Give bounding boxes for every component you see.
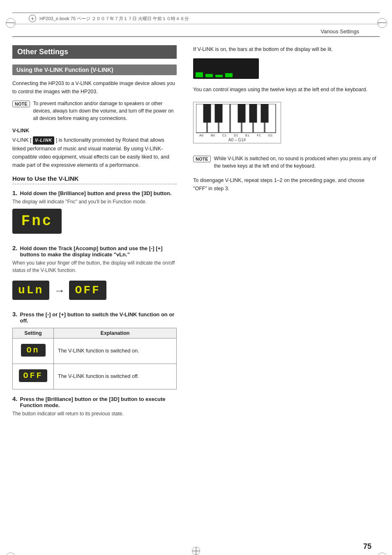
corner-mark-bl bbox=[6, 553, 15, 555]
note-box-2: NOTE While V-LINK is switched on, no sou… bbox=[193, 155, 380, 170]
step-1-title: Hold down the [Brilliance] button and pr… bbox=[20, 190, 172, 196]
step-2-title: Hold down the Track [Accomp] button and … bbox=[20, 245, 177, 258]
step-1: 1. Hold down the [Brilliance] button and… bbox=[12, 189, 177, 239]
on-lcd: On bbox=[21, 344, 46, 357]
section-heading: Other Settings bbox=[12, 45, 177, 59]
settings-table: Setting Explanation On The V-LINK functi… bbox=[12, 328, 177, 389]
center-bottom-mark bbox=[192, 547, 200, 555]
step-1-header: 1. Hold down the [Brilliance] button and… bbox=[12, 189, 177, 196]
corner-mark-br bbox=[377, 553, 386, 555]
step-2: 2. Hold down the Track [Accomp] button a… bbox=[12, 244, 177, 305]
vlink-bar-4 bbox=[225, 73, 233, 77]
dotted-divider bbox=[12, 184, 177, 184]
svg-text:G1: G1 bbox=[268, 134, 273, 137]
left-column: Other Settings Using the V-LINK Function… bbox=[12, 45, 189, 423]
how-to-heading: How to Use the V-LINK bbox=[12, 175, 177, 182]
vlink-bar-1 bbox=[196, 72, 203, 77]
svg-rect-8 bbox=[215, 104, 222, 122]
vlink-bar-display bbox=[193, 58, 259, 79]
vlink-badge: V-LINK bbox=[33, 136, 54, 145]
svg-rect-11 bbox=[261, 104, 268, 122]
vlink-bar-2 bbox=[205, 74, 213, 77]
table-cell-off-explanation: The V-LINK function is switched off. bbox=[54, 364, 177, 389]
step-2-header: 2. Hold down the Track [Accomp] button a… bbox=[12, 244, 177, 258]
step-2-display-row: uLn → OFF bbox=[12, 277, 177, 305]
how-to-heading-text: How to Use the V-LINK bbox=[12, 175, 79, 182]
vlink-subheading: V-LINK bbox=[12, 128, 177, 134]
subsection-title: Using the V-LINK Function (V-LINK) bbox=[16, 67, 113, 73]
step-4-number: 4. bbox=[12, 395, 18, 402]
step-1-number: 1. bbox=[12, 189, 18, 196]
table-cell-on-explanation: The V-LINK function is switched on. bbox=[54, 338, 177, 364]
right-para-1: If V-LINK is on, the bars at the bottom … bbox=[193, 45, 380, 53]
note-text-2: While V-LINK is switched on, no sound is… bbox=[214, 155, 380, 170]
table-cell-on-lcd: On bbox=[13, 338, 54, 364]
step-2-number: 2. bbox=[12, 244, 18, 251]
step-1-desc: The display will indicate "Fnc" and you'… bbox=[12, 198, 177, 205]
svg-text:D1: D1 bbox=[234, 134, 238, 137]
keyboard-container: A0 B0 C1 D1 E1 F1 G1 A0 – G1# bbox=[193, 102, 281, 143]
vlink-desc-text: V-LINK [ V-LINK ] is functionality promo… bbox=[12, 136, 177, 169]
step-2-lcd2: OFF bbox=[69, 281, 106, 300]
step-4-header: 4. Press the [Brilliance] button or the … bbox=[12, 395, 177, 408]
step-3-number: 3. bbox=[12, 311, 18, 318]
step-3-header: 3. Press the [-] or [+] button to switch… bbox=[12, 311, 177, 324]
note-text-1: To prevent malfunction and/or damage to … bbox=[33, 100, 177, 122]
svg-text:C1: C1 bbox=[222, 134, 227, 137]
step-4-desc: The button indicator will return to its … bbox=[12, 410, 177, 417]
table-row-on: On The V-LINK function is switched on. bbox=[13, 338, 177, 364]
table-header-setting: Setting bbox=[13, 328, 54, 338]
note-box-1: NOTE To prevent malfunction and/or damag… bbox=[12, 100, 177, 122]
right-para-2: You can control images using the twelve … bbox=[193, 85, 380, 94]
vlink-heading-text: V-LINK bbox=[12, 128, 29, 134]
step-1-lcd: Fnc bbox=[12, 209, 62, 234]
off-lcd: OFF bbox=[19, 369, 47, 382]
svg-text:B0: B0 bbox=[211, 134, 215, 137]
page-number: 75 bbox=[363, 542, 371, 551]
page-title-top: Various Settings bbox=[12, 24, 380, 37]
svg-rect-10 bbox=[249, 104, 257, 122]
header-registration-mark bbox=[29, 15, 36, 22]
step-2-lcd1: uLn bbox=[12, 281, 49, 300]
note-label-2: NOTE bbox=[193, 156, 211, 162]
step-3: 3. Press the [-] or [+] button to switch… bbox=[12, 311, 177, 389]
section-title: Other Settings bbox=[17, 48, 68, 56]
page-title: Various Settings bbox=[321, 28, 359, 35]
content-area: Other Settings Using the V-LINK Function… bbox=[12, 37, 380, 423]
corner-mark-tl bbox=[6, 18, 15, 27]
keyboard-svg: A0 B0 C1 D1 E1 F1 G1 bbox=[196, 104, 278, 137]
right-para-3: To disengage V-LINK, repeat steps 1–2 on… bbox=[193, 176, 380, 193]
corner-mark-tr bbox=[377, 18, 386, 27]
step-4-title: Press the [Brilliance] button or the [3D… bbox=[20, 396, 177, 408]
header-file-info: HP203_e.book 75 ページ ２００７年７月１７日 火曜日 午前１０時… bbox=[39, 16, 189, 22]
table-cell-off-lcd: OFF bbox=[13, 364, 54, 389]
page: HP203_e.book 75 ページ ２００７年７月１７日 火曜日 午前１０時… bbox=[0, 12, 392, 555]
svg-text:E1: E1 bbox=[245, 134, 249, 137]
table-header-explanation: Explanation bbox=[54, 328, 177, 338]
step-4: 4. Press the [Brilliance] button or the … bbox=[12, 395, 177, 417]
keyboard-label: A0 – G1# bbox=[196, 138, 278, 142]
svg-text:F1: F1 bbox=[257, 134, 261, 137]
right-column: If V-LINK is on, the bars at the bottom … bbox=[189, 45, 380, 423]
svg-text:A0: A0 bbox=[199, 134, 203, 137]
header-bar: HP203_e.book 75 ページ ２００７年７月１７日 火曜日 午前１０時… bbox=[12, 12, 380, 24]
step-3-title: Press the [-] or [+] button to switch th… bbox=[20, 311, 177, 324]
intro-text: Connecting the HP203 to a V-LINK compati… bbox=[12, 79, 177, 96]
vlink-bar-3 bbox=[215, 75, 223, 77]
arrow-icon: → bbox=[53, 284, 65, 297]
note-label-1: NOTE bbox=[12, 101, 30, 107]
table-row-off: OFF The V-LINK function is switched off. bbox=[13, 364, 177, 389]
svg-rect-9 bbox=[238, 104, 245, 122]
svg-rect-7 bbox=[203, 104, 211, 122]
step-2-desc: When you take your finger off the button… bbox=[12, 259, 177, 274]
subsection-heading: Using the V-LINK Function (V-LINK) bbox=[12, 64, 177, 75]
